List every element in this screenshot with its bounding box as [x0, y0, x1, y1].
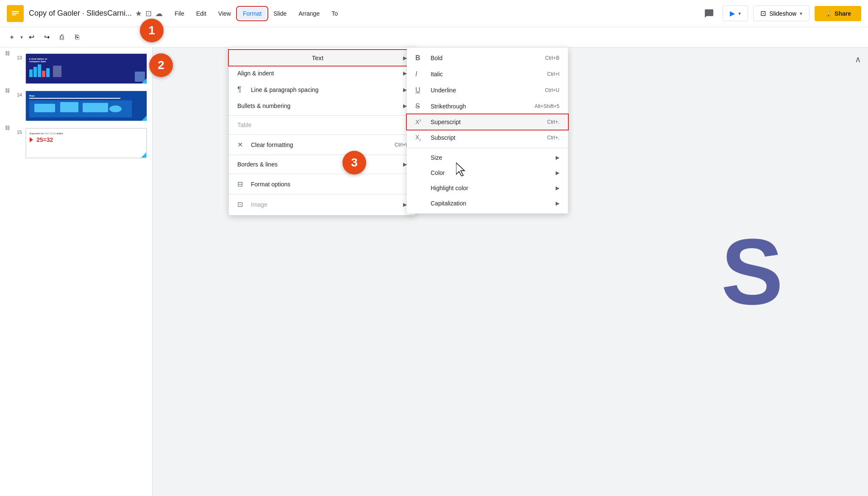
app-logo[interactable]: [7, 5, 24, 22]
menu-view[interactable]: View: [213, 8, 236, 19]
strikethrough-label: Strikethrough: [431, 103, 529, 110]
collapse-panel-button[interactable]: ∧: [855, 54, 861, 64]
menu-format[interactable]: Format: [238, 8, 267, 19]
divider-2: [229, 134, 415, 135]
step-badge-3: 3: [342, 151, 366, 175]
underline-icon: U: [415, 86, 426, 94]
superscript-icon: X2: [415, 119, 426, 125]
format-options-icon: ⊟: [237, 180, 246, 188]
title-icons: ★ ⊡ ☁: [135, 9, 163, 18]
text-submenu-size[interactable]: Size ▶: [407, 150, 568, 165]
color-label: Color: [431, 169, 551, 176]
format-menu-table[interactable]: Table: [229, 117, 415, 133]
bold-icon: B: [415, 54, 426, 62]
share-button[interactable]: 🔒 Share: [815, 6, 861, 21]
italic-icon: I: [415, 70, 426, 78]
image-label: Image: [251, 201, 398, 208]
size-label: Size: [431, 154, 551, 161]
step-badge-3-number: 3: [351, 156, 358, 169]
slides-panel: ⛓ 13 ▸ And tables tocompare data: [0, 47, 153, 496]
svg-rect-2: [12, 13, 19, 14]
format-menu-image[interactable]: ⊡ Image ▶: [229, 196, 415, 213]
share-label: Share: [835, 10, 851, 17]
format-menu-text[interactable]: Text ▶: [229, 50, 415, 66]
present-arrow: ▾: [738, 11, 741, 17]
underline-label: Underline: [431, 87, 540, 94]
text-submenu-italic[interactable]: I Italic Ctrl+I: [407, 66, 568, 82]
capitalization-label: Capitalization: [431, 200, 551, 207]
divider-3: [229, 155, 415, 155]
superscript-label: Superscript: [431, 119, 542, 125]
slide-item-15[interactable]: ⛓ 15 Exponent on GOOGLE slides 25=32: [3, 125, 149, 161]
subscript-icon: X2: [415, 134, 426, 142]
menu-edit[interactable]: Edit: [191, 8, 211, 19]
format-menu-bullets[interactable]: Bullets & numbering ▶: [229, 98, 415, 114]
comment-button[interactable]: [701, 5, 718, 22]
menu-slide[interactable]: Slide: [268, 8, 292, 19]
menu-tools[interactable]: To: [326, 8, 343, 19]
slideshow-button[interactable]: ⊡ Slideshow ▾: [753, 6, 810, 21]
image-icon: ⊡: [237, 200, 246, 208]
clear-format-label: Clear formatting: [251, 141, 389, 148]
menu-file[interactable]: File: [170, 8, 189, 19]
subscript-label: Subscript: [431, 134, 542, 141]
format-menu-align-indent[interactable]: Align & indent ▶: [229, 66, 415, 81]
highlight-color-label: Highlight color: [431, 185, 551, 191]
format-menu-line-spacing[interactable]: ¶ Line & paragraph spacing ▶: [229, 81, 415, 98]
text-submenu: B Bold Ctrl+B I Italic Ctrl+I U Underlin…: [407, 47, 568, 213]
step-badge-1-number: 1: [148, 24, 155, 37]
top-bar: Copy of Gaoler · SlidesCarni... ★ ⊡ ☁ Fi…: [0, 0, 868, 27]
undo-button[interactable]: ↩: [25, 30, 38, 44]
clear-format-shortcut: Ctrl+\: [395, 142, 407, 148]
strikethrough-icon: S: [415, 103, 426, 110]
format-menu-clear-formatting[interactable]: ✕ Clear formatting Ctrl+\: [229, 136, 415, 153]
link-icon-15: ⛓: [5, 125, 10, 131]
superscript-shortcut: Ctrl+.: [547, 119, 559, 125]
lock-icon: 🔒: [825, 10, 832, 17]
paint-format-button[interactable]: ⎘: [70, 30, 84, 44]
svg-rect-1: [12, 11, 19, 12]
step-badge-2-number: 2: [158, 58, 164, 72]
divider-5: [229, 194, 415, 194]
slide-thumb-15: Exponent on GOOGLE slides 25=32: [25, 128, 147, 158]
strikethrough-shortcut: Alt+Shift+5: [534, 103, 559, 109]
redo-button[interactable]: ↪: [40, 30, 53, 44]
add-button[interactable]: +: [5, 30, 19, 44]
slide-num-15: 15: [14, 128, 22, 135]
text-submenu-highlight-color[interactable]: Highlight color ▶: [407, 180, 568, 196]
text-submenu-capitalization[interactable]: Capitalization ▶: [407, 196, 568, 211]
menu-arrange[interactable]: Arrange: [293, 8, 325, 19]
slide-num-13: 13: [14, 53, 22, 60]
italic-shortcut: Ctrl+I: [547, 71, 559, 77]
svg-rect-3: [12, 14, 16, 15]
menu-bar: File Edit View Format Slide Arrange To: [170, 8, 343, 19]
clear-format-icon: ✕: [237, 141, 246, 149]
text-submenu-subscript[interactable]: X2 Subscript Ctrl+,: [407, 130, 568, 146]
bold-label: Bold: [431, 55, 540, 61]
slide-background-letter: S: [721, 218, 783, 325]
format-menu-borders-lines[interactable]: Borders & lines ▶: [229, 157, 415, 172]
slideshow-icon: ⊡: [760, 9, 766, 17]
text-submenu-superscript[interactable]: X2 Superscript Ctrl+.: [407, 114, 568, 130]
print-button[interactable]: ⎙: [55, 30, 69, 44]
link-icon-14: ⛓: [5, 88, 10, 94]
text-submenu-bold[interactable]: B Bold Ctrl+B: [407, 50, 568, 66]
text-submenu-color[interactable]: Color ▶: [407, 165, 568, 180]
star-icon[interactable]: ★: [135, 9, 142, 18]
slide-item-14[interactable]: ⛓ 14 Maps: [3, 88, 149, 124]
divider-1: [229, 115, 415, 116]
underline-shortcut: Ctrl+U: [545, 87, 559, 93]
format-menu-format-options[interactable]: ⊟ Format options: [229, 176, 415, 192]
folder-icon[interactable]: ⊡: [145, 9, 152, 18]
doc-title: Copy of Gaoler · SlidesCarni...: [29, 9, 132, 18]
text-submenu-underline[interactable]: U Underline Ctrl+U: [407, 82, 568, 98]
text-sub-divider-1: [407, 148, 568, 148]
table-label: Table: [237, 122, 407, 128]
cloud-icon[interactable]: ☁: [155, 9, 163, 18]
slideshow-arrow-icon: ▾: [800, 11, 802, 17]
bold-shortcut: Ctrl+B: [545, 55, 559, 61]
slide-item-13[interactable]: ⛓ 13 ▸ And tables tocompare data: [3, 51, 149, 86]
line-spacing-label: Line & paragraph spacing: [251, 86, 398, 93]
present-button[interactable]: ▶ ▾: [723, 6, 748, 21]
text-submenu-strikethrough[interactable]: S Strikethrough Alt+Shift+5: [407, 98, 568, 114]
